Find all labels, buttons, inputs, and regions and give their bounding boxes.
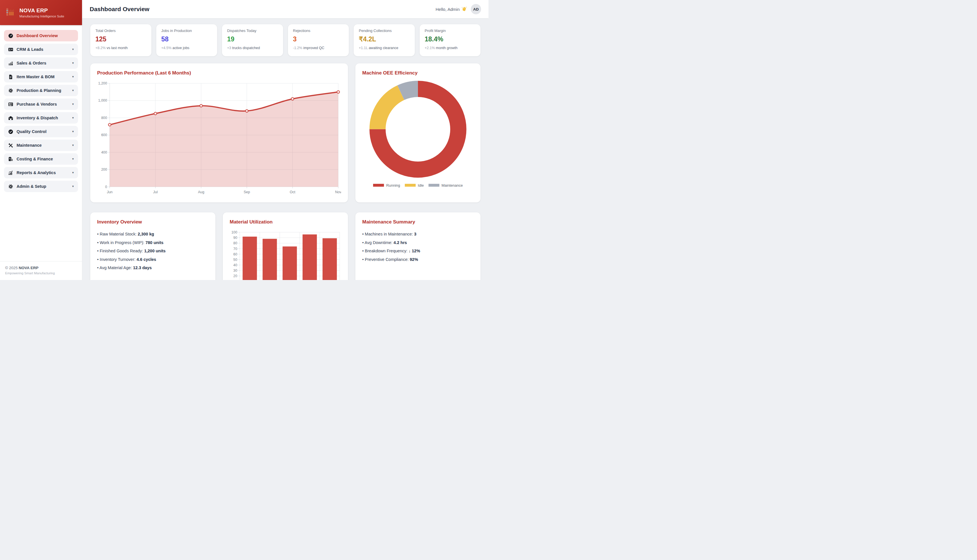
list-item: Inventory Turnover: 4.6 cycles <box>97 255 209 264</box>
sidebar-item-reports-analytics[interactable]: Reports & Analytics ▼ <box>4 167 78 178</box>
charts-row: Production Performance (Last 6 Months) 0… <box>90 63 480 202</box>
gear-icon <box>8 88 13 93</box>
chart-title: Material Utilization <box>230 219 341 225</box>
sidebar-item-label: Admin & Setup <box>17 184 69 189</box>
list-item: Machines in Maintenance: 3 <box>362 230 473 238</box>
card-title: Inventory Overview <box>97 219 209 225</box>
chevron-down-icon: ▼ <box>72 171 74 174</box>
factory-logo-icon <box>5 7 16 18</box>
kpi-value: 58 <box>161 35 212 43</box>
sidebar-item-admin-setup[interactable]: Admin & Setup ▼ <box>4 181 78 192</box>
copyright-line: © 2025 NOVA ERP <box>5 266 77 270</box>
waving-hand-icon <box>462 6 467 12</box>
chevron-down-icon: ▼ <box>72 48 74 51</box>
inventory-overview-card: Inventory Overview Raw Material Stock: 2… <box>90 212 216 280</box>
sidebar-item-crm-leads[interactable]: CRM & Leads ▼ <box>4 44 78 55</box>
brand-name: NOVA ERP <box>19 7 64 14</box>
sidebar-footer: © 2025 NOVA ERP Empowering Smart Manufac… <box>0 261 82 280</box>
svg-text:600: 600 <box>101 133 107 137</box>
sidebar-item-label: Costing & Finance <box>17 157 69 161</box>
sidebar-item-label: Reports & Analytics <box>17 170 69 175</box>
gear-icon <box>8 183 13 189</box>
tools-icon <box>8 142 13 148</box>
app-root: NOVA ERP Manufacturing Intelligence Suit… <box>0 0 488 280</box>
legend-swatch-running <box>373 184 384 187</box>
sidebar-item-label: Purchase & Vendors <box>17 102 69 107</box>
top-header: Dashboard Overview Hello, Admin AD <box>82 0 488 18</box>
sidebar-item-purchase-vendors[interactable]: Purchase & Vendors ▼ <box>4 98 78 110</box>
sidebar-item-label: Dashboard Overview <box>17 33 74 38</box>
svg-text:200: 200 <box>101 168 107 172</box>
maintenance-summary-card: Maintenance Summary Machines in Maintena… <box>355 212 480 280</box>
inventory-list: Raw Material Stock: 2,300 kg Work in Pro… <box>97 230 209 272</box>
svg-text:800: 800 <box>101 116 107 120</box>
kpi-subtext: +1.1L awaiting clearance <box>359 46 410 50</box>
brand-header: NOVA ERP Manufacturing Intelligence Suit… <box>0 0 82 25</box>
chart-title: Machine OEE Efficiency <box>362 70 473 76</box>
oee-donut-chart <box>362 78 473 181</box>
sidebar-item-production-planning[interactable]: Production & Planning ▼ <box>4 85 78 96</box>
svg-text:Jul: Jul <box>153 190 158 194</box>
kpi-subtext: +4.5% active jobs <box>161 46 212 50</box>
sidebar-item-maintenance[interactable]: Maintenance ▼ <box>4 140 78 151</box>
kpi-title: Rejections <box>293 28 344 33</box>
machine-oee-card: Machine OEE Efficiency Running Idle Main… <box>355 63 480 202</box>
svg-text:Sep: Sep <box>244 190 250 194</box>
sidebar-item-label: Production & Planning <box>17 88 69 93</box>
legend-swatch-idle <box>405 184 416 187</box>
gauge-icon <box>8 33 13 38</box>
svg-text:Aug: Aug <box>198 190 204 194</box>
svg-text:90: 90 <box>233 236 238 240</box>
sidebar-menu: Dashboard Overview CRM & Leads ▼ Sales &… <box>0 25 82 261</box>
production-performance-card: Production Performance (Last 6 Months) 0… <box>90 63 348 202</box>
list-item: Raw Material Stock: 2,300 kg <box>97 230 209 238</box>
kpi-value: 19 <box>227 35 278 43</box>
avatar[interactable]: AD <box>471 4 481 14</box>
sidebar-item-label: Inventory & Dispatch <box>17 116 69 120</box>
svg-text:70: 70 <box>233 247 238 251</box>
svg-text:Jun: Jun <box>107 190 112 194</box>
chart-up-icon <box>8 170 13 175</box>
kpi-row: Total Orders 125 +8.2% vs last month Job… <box>90 24 480 56</box>
list-item: Work in Progress (WIP): 780 units <box>97 238 209 247</box>
footer-tagline: Empowering Smart Manufacturing <box>5 272 77 275</box>
svg-text:10: 10 <box>233 280 238 280</box>
kpi-card-dispatches-today: Dispatches Today 19 +3 trucks dispatched <box>222 24 283 56</box>
legend-item-maintenance: Maintenance <box>428 183 463 188</box>
kpi-value: ₹4.2L <box>359 35 410 43</box>
sidebar-item-quality-control[interactable]: Quality Control ▼ <box>4 126 78 137</box>
sidebar-item-costing-finance[interactable]: Costing & Finance ▼ <box>4 153 78 165</box>
svg-text:1,000: 1,000 <box>98 98 107 102</box>
svg-text:20: 20 <box>233 274 238 278</box>
greeting-label: Hello, Admin <box>436 7 460 12</box>
document-icon <box>8 74 13 80</box>
greeting-text: Hello, Admin <box>436 6 467 12</box>
sidebar-item-sales-orders[interactable]: Sales & Orders ▼ <box>4 57 78 69</box>
legend-item-idle: Idle <box>405 183 424 188</box>
main-area: Dashboard Overview Hello, Admin AD Total… <box>82 0 488 280</box>
legend-swatch-maintenance <box>428 184 439 187</box>
svg-text:1,200: 1,200 <box>98 81 107 85</box>
svg-text:Nov: Nov <box>335 190 341 194</box>
sidebar-item-item-master-bom[interactable]: Item Master & BOM ▼ <box>4 71 78 82</box>
sidebar-item-inventory-dispatch[interactable]: Inventory & Dispatch ▼ <box>4 112 78 123</box>
contact-card-icon <box>8 47 13 52</box>
chart-title: Production Performance (Last 6 Months) <box>97 70 341 76</box>
kpi-value: 3 <box>293 35 344 43</box>
kpi-value: 125 <box>95 35 146 43</box>
content-area: Total Orders 125 +8.2% vs last month Job… <box>82 18 488 280</box>
kpi-card-pending-collections: Pending Collections ₹4.2L +1.1L awaiting… <box>354 24 415 56</box>
chevron-down-icon: ▼ <box>72 144 74 147</box>
kpi-subtext: +8.2% vs last month <box>95 46 146 50</box>
sidebar-item-label: Item Master & BOM <box>17 75 69 79</box>
kpi-card-jobs-in-production: Jobs in Production 58 +4.5% active jobs <box>156 24 217 56</box>
sidebar-item-dashboard-overview[interactable]: Dashboard Overview <box>4 30 78 42</box>
material-utilization-card: Material Utilization 0102030405060708090… <box>223 212 348 280</box>
svg-text:60: 60 <box>233 252 238 256</box>
bottom-row: Inventory Overview Raw Material Stock: 2… <box>90 212 480 280</box>
material-utilization-bar-chart: 0102030405060708090100 <box>230 227 341 280</box>
svg-text:0: 0 <box>105 185 107 189</box>
sidebar: NOVA ERP Manufacturing Intelligence Suit… <box>0 0 82 280</box>
kpi-value: 18.4% <box>425 35 476 43</box>
kpi-subtext: +3 trucks dispatched <box>227 46 278 50</box>
